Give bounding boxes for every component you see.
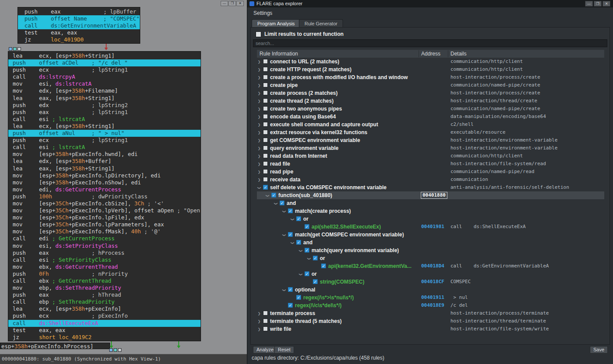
- asm-line[interactable]: lea ecx, [esp+358h+pExecInfo]: [8, 305, 201, 312]
- rule-row[interactable]: ❯✓and: [257, 239, 604, 246]
- rule-checkbox[interactable]: ✓: [288, 208, 293, 213]
- rule-checkbox[interactable]: ✓: [288, 287, 293, 292]
- expand-icon[interactable]: ❯: [257, 113, 261, 121]
- expand-icon[interactable]: ❯: [257, 90, 261, 97]
- asm-line[interactable]: mov [esp+35Ch+pExecInfo.lpParameters], e…: [8, 221, 201, 228]
- rule-row[interactable]: ❯read pipecommunication/named-pipe/read: [257, 168, 604, 176]
- collapse-icon[interactable]: ❯: [263, 194, 271, 198]
- column-address[interactable]: Address: [421, 50, 440, 58]
- rule-row[interactable]: ❯connect to URL (2 matches)communication…: [257, 58, 604, 66]
- reset-button[interactable]: Reset: [274, 346, 294, 354]
- expand-icon[interactable]: ❯: [257, 97, 261, 105]
- asm-line[interactable]: push ecx ; lpString1: [8, 66, 201, 73]
- expand-icon[interactable]: ❯: [257, 105, 261, 113]
- asm-line[interactable]: lea eax, [esp+358h+String1]: [8, 165, 201, 172]
- minimize-button[interactable]: —: [585, 1, 593, 7]
- ida-minimize-button[interactable]: —: [221, 1, 228, 6]
- asm-line[interactable]: push offset aCDel ; "/c del ": [8, 59, 201, 66]
- asm-line[interactable]: push 0Fh ; nPriority: [8, 270, 201, 277]
- rule-row[interactable]: ✓api(kernel32.GetEnvironmentVa...004018D…: [257, 262, 604, 270]
- rule-row[interactable]: ❯receive datacommunication: [257, 176, 604, 184]
- table-header[interactable]: Rule Information Address Details: [257, 50, 604, 58]
- collapse-icon[interactable]: ❯: [272, 201, 280, 206]
- menu-item-settings[interactable]: Settings: [251, 9, 275, 17]
- rule-row[interactable]: ✓regex(/\/c\s*del\s*/)004018E9/c del: [257, 302, 604, 309]
- asm-line[interactable]: jz short loc_4019C2: [8, 334, 201, 341]
- asm-line[interactable]: push edx ; lpString2: [8, 102, 201, 109]
- rule-row[interactable]: ❯✓optional: [257, 286, 604, 294]
- tab-rule-generator[interactable]: Rule Generator: [299, 19, 343, 28]
- expand-icon[interactable]: ❯: [257, 121, 261, 129]
- rule-checkbox[interactable]: [263, 67, 268, 72]
- expand-icon[interactable]: ❯: [257, 318, 261, 326]
- expand-icon[interactable]: ❯: [257, 66, 261, 74]
- rule-row[interactable]: ❯✓and: [257, 199, 604, 207]
- rule-checkbox[interactable]: ✓: [288, 303, 293, 308]
- asm-line[interactable]: push ecx ; pExecInfo: [8, 312, 201, 319]
- rule-checkbox[interactable]: [263, 98, 268, 103]
- rule-row[interactable]: ❯create a process with modified I/O hand…: [257, 73, 604, 81]
- collapse-icon[interactable]: ❯: [288, 241, 296, 245]
- rule-row[interactable]: ❯✓or: [257, 215, 604, 223]
- asm-line[interactable]: esp+358h+pExecInfo.hProcess]: [0, 343, 110, 349]
- search-input[interactable]: [253, 39, 607, 47]
- asm-line[interactable]: lea eax, [esp+358h+String1]: [8, 95, 201, 102]
- rule-checkbox[interactable]: [263, 75, 268, 80]
- close-button[interactable]: ✕: [603, 1, 610, 7]
- rule-row[interactable]: ❯✓or: [257, 254, 604, 262]
- expand-icon[interactable]: ❯: [257, 145, 261, 153]
- collapse-icon[interactable]: ❯: [297, 249, 305, 253]
- asm-line[interactable]: push eax ; lpBuffer: [18, 8, 140, 15]
- rule-row[interactable]: ❯create thread (2 matches)host-interacti…: [257, 97, 604, 105]
- rule-checkbox[interactable]: [263, 106, 268, 111]
- expand-icon[interactable]: ❯: [257, 129, 261, 137]
- asm-line[interactable]: call edi ; GetCurrentProcess: [8, 235, 201, 242]
- expand-icon[interactable]: ❯: [257, 176, 261, 184]
- rule-checkbox[interactable]: ✓: [313, 256, 318, 260]
- rule-row[interactable]: ✓regex(/\s*>\s*nul\s*/)00401911 > nul: [257, 294, 604, 302]
- rule-row[interactable]: ❯execute shell command and capture outpu…: [257, 121, 604, 128]
- asm-line[interactable]: call ds:GetEnvironmentVariableA: [18, 22, 140, 29]
- rule-row[interactable]: ❯create process (2 matches)host-interact…: [257, 89, 604, 97]
- asm-line[interactable]: push 100h ; dwPriorityClass: [8, 193, 201, 200]
- asm-line[interactable]: call ds:ShellExecuteExA: [8, 320, 201, 327]
- analyze-button[interactable]: Analyze: [253, 346, 277, 354]
- rule-row[interactable]: ❯create pipecommunication/named-pipe/cre…: [257, 81, 604, 89]
- rule-checkbox[interactable]: [263, 122, 268, 127]
- rule-checkbox[interactable]: [263, 177, 268, 182]
- rule-checkbox[interactable]: [263, 138, 268, 142]
- asm-line[interactable]: call ds:lstrcpyA: [8, 73, 201, 80]
- asm-line[interactable]: lea ecx, [esp+358h+String1]: [8, 52, 201, 59]
- column-rule-information[interactable]: Rule Information: [260, 50, 298, 58]
- rule-checkbox[interactable]: [263, 326, 268, 331]
- asm-line[interactable]: jz loc_4019D0: [18, 36, 140, 43]
- asm-line[interactable]: mov esi, ds:SetPriorityClass: [8, 243, 201, 250]
- expand-icon[interactable]: ❯: [257, 58, 261, 66]
- ida-close-button[interactable]: ✕: [236, 1, 244, 6]
- rule-row[interactable]: ❯create two anonymous pipescommunication…: [257, 105, 604, 113]
- asm-line[interactable]: push eax ; lpString1: [8, 109, 201, 116]
- rule-checkbox[interactable]: [263, 161, 268, 166]
- limit-results-checkbox[interactable]: [256, 31, 261, 37]
- asm-line[interactable]: lea ecx, [esp+358h+String1]: [8, 123, 201, 130]
- asm-line[interactable]: mov [esp+358h+pExecInfo.nShow], edi: [8, 179, 201, 186]
- asm-line[interactable]: call ebx ; GetCurrentThread: [8, 277, 201, 284]
- rule-checkbox[interactable]: [263, 311, 268, 315]
- rule-row[interactable]: ✓string(COMSPEC)004018CFCOMSPEC: [257, 278, 604, 286]
- rule-checkbox[interactable]: ✓: [296, 216, 301, 221]
- rule-checkbox[interactable]: ✓: [263, 185, 268, 190]
- collapse-icon[interactable]: ❯: [255, 186, 263, 190]
- asm-line[interactable]: push eax ; hThread: [8, 291, 201, 298]
- rule-checkbox[interactable]: ✓: [305, 271, 309, 276]
- asm-line[interactable]: push offset Name ; "COMSPEC": [18, 15, 140, 22]
- expand-icon[interactable]: ❯: [257, 310, 261, 318]
- ida-maximize-button[interactable]: ❐: [229, 1, 236, 6]
- asm-line[interactable]: push ecx ; lpString1: [8, 137, 201, 144]
- rule-row[interactable]: ❯✓or: [257, 270, 604, 278]
- rule-row[interactable]: ❯terminate thread (5 matches)host-intera…: [257, 317, 604, 325]
- collapse-icon[interactable]: ❯: [288, 217, 296, 222]
- rule-checkbox[interactable]: ✓: [296, 240, 301, 245]
- rule-checkbox[interactable]: [263, 90, 268, 95]
- rule-checkbox[interactable]: [263, 59, 268, 64]
- rule-row[interactable]: ❯encode data using Base64data-manipulati…: [257, 113, 604, 121]
